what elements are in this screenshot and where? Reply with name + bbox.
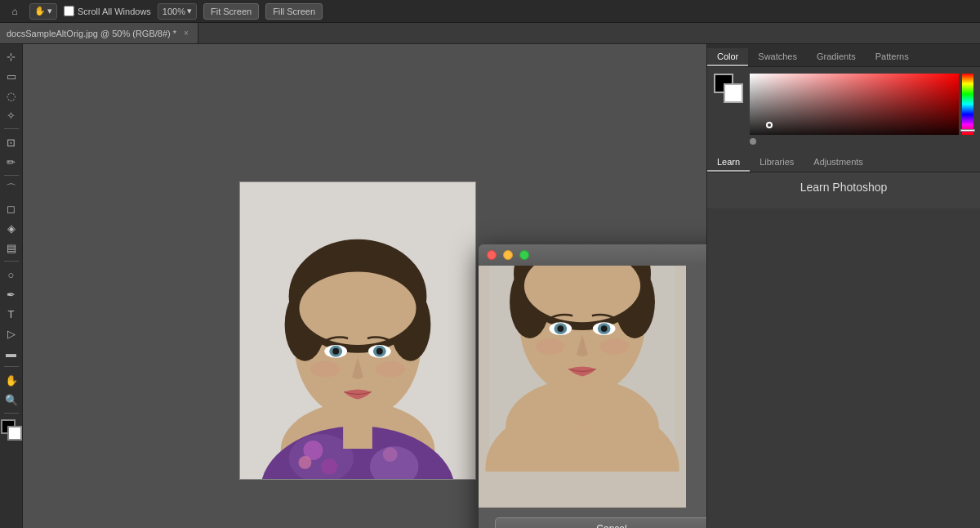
fit-screen-button[interactable]: Fit Screen [203,3,259,20]
paint-bucket-tool[interactable]: ◈ [2,219,20,237]
canvas-area[interactable]: Image Size [23,44,706,528]
background-color[interactable] [7,426,22,441]
dimensions-row: Dimensions: ▾ 827 px × 1063 px [697,303,706,323]
tool-selector[interactable]: ✋ ▾ [29,3,57,20]
learn-section: Learn Photoshop [707,172,980,208]
svg-rect-23 [343,408,372,449]
text-tool[interactable]: T [2,305,20,323]
path-tool[interactable]: ▷ [2,324,20,342]
dodge-tool[interactable]: ○ [2,266,20,284]
resolution-label: Resolution: [697,419,706,429]
background-color-swatch[interactable] [724,83,743,103]
width-label: Width: [697,364,706,374]
dialog-titlebar: Image Size [479,244,706,266]
resample-select-row: Automatic [697,470,706,490]
tab-color[interactable]: Color [707,48,748,66]
svg-point-20 [376,348,383,355]
tab-learn[interactable]: Learn [707,154,750,172]
pen-tool[interactable]: ✒ [2,285,20,303]
zoom-selector[interactable]: 100% ▾ [158,3,197,20]
svg-point-56 [601,325,608,332]
height-row: Height: 4,5 Centimeters [697,387,706,406]
fg-bg-colors[interactable] [1,419,22,441]
svg-point-58 [600,338,630,355]
image-size-row: Image Size: 2,52M (was 5,82M) ⚙ … [697,275,706,295]
tab-swatches[interactable]: Swatches [748,48,807,66]
left-toolbar: ⊹ ▭ ◌ ✧ ⊡ ✏ ⌒ ◻ ◈ ▤ ○ ✒ T ▷ ▬ ✋ 🔍 [0,44,23,528]
right-panel: Color Swatches Gradients Patterns [706,44,980,528]
tab-patterns[interactable]: Patterns [866,48,919,66]
tool-separator-1 [4,128,19,129]
cancel-button[interactable]: Cancel [495,517,706,528]
scroll-windows-checkbox[interactable] [64,6,74,16]
dialog-form: Image Size: 2,52M (was 5,82M) ⚙ … Dimens… [686,266,706,508]
hand-tool[interactable]: ✋ [2,371,20,389]
zoom-chevron: ▾ [187,6,192,16]
main-portrait-svg [240,182,475,479]
dialog-body: Image Size: 2,52M (was 5,82M) ⚙ … Dimens… [479,266,706,508]
brush-tool[interactable]: ⌒ [2,180,20,198]
svg-point-14 [299,272,416,345]
dialog-preview-svg [479,266,686,472]
svg-point-21 [310,361,340,378]
color-picker-area [707,67,980,151]
tool-separator-3 [4,261,19,262]
top-bar: ⌂ ✋ ▾ Scroll All Windows 100% ▾ Fit Scre… [0,0,980,23]
gradient-tool[interactable]: ▤ [2,239,20,257]
dialog-minimize-button[interactable] [503,250,513,260]
width-height-section: Width: 3,5 Centimet [697,359,706,406]
image-size-dialog: Image Size [479,244,706,528]
svg-point-8 [383,447,398,462]
fit-to-row: Fit To: Custom [697,331,706,351]
svg-point-7 [321,459,337,475]
color-mode-indicator [750,138,756,145]
zoom-tool[interactable]: 🔍 [2,391,20,409]
svg-point-6 [299,456,312,469]
hue-slider[interactable] [962,74,973,135]
tab-filename: docsSampleAltOrig.jpg @ 50% (RGB/8#) * [7,29,176,38]
color-gradient-container [750,74,973,145]
resample-row: Resample: [697,442,706,462]
dialog-maximize-button[interactable] [519,250,529,260]
dialog-footer: Cancel OK [479,508,706,528]
width-row: Width: 3,5 Centimet [697,359,706,378]
zoom-value: 100% [163,7,185,16]
scroll-windows-checkbox-label[interactable]: Scroll All Windows [64,6,151,16]
main-canvas-photo [239,181,476,480]
svg-point-55 [557,325,564,332]
svg-point-19 [332,348,339,355]
tool-separator-2 [4,175,19,176]
dimensions-label: Dimensions: [697,308,706,318]
dialog-preview [479,266,686,508]
home-icon[interactable]: ⌂ [7,3,23,20]
image-size-label: Image Size: [697,280,706,290]
panel-tabs-row2: Learn Libraries Adjustments [707,151,980,172]
lasso-tool[interactable]: ◌ [2,87,20,105]
move-tool[interactable]: ⊹ [2,47,20,65]
marquee-tool[interactable]: ▭ [2,67,20,85]
document-tab[interactable]: docsSampleAltOrig.jpg @ 50% (RGB/8#) * × [0,23,198,43]
tool-separator-5 [4,413,19,414]
main-layout: ⊹ ▭ ◌ ✧ ⊡ ✏ ⌒ ◻ ◈ ▤ ○ ✒ T ▷ ▬ ✋ 🔍 [0,44,980,528]
tab-libraries[interactable]: Libraries [750,154,804,172]
shape-tool[interactable]: ▬ [2,344,20,362]
fit-to-label: Fit To: [697,336,706,346]
eyedropper-tool[interactable]: ✏ [2,153,20,171]
eraser-tool[interactable]: ◻ [2,199,20,217]
crop-tool[interactable]: ⊡ [2,133,20,151]
tab-adjustments[interactable]: Adjustments [804,154,873,172]
color-darkness-overlay [750,74,959,135]
height-label: Height: [697,392,706,401]
scroll-windows-label: Scroll All Windows [78,7,151,16]
svg-point-22 [376,361,405,378]
svg-rect-59 [568,385,597,425]
dialog-close-button[interactable] [487,250,497,260]
tab-bar: docsSampleAltOrig.jpg @ 50% (RGB/8#) * × [0,23,980,44]
color-saturation-box[interactable] [750,74,959,135]
tab-gradients[interactable]: Gradients [807,48,866,66]
tab-close-button[interactable]: × [181,29,191,38]
magic-wand-tool[interactable]: ✧ [2,106,20,124]
fill-screen-button[interactable]: Fill Screen [265,3,323,20]
dialog-title: Image Size [536,249,706,261]
color-value-row [750,138,973,145]
